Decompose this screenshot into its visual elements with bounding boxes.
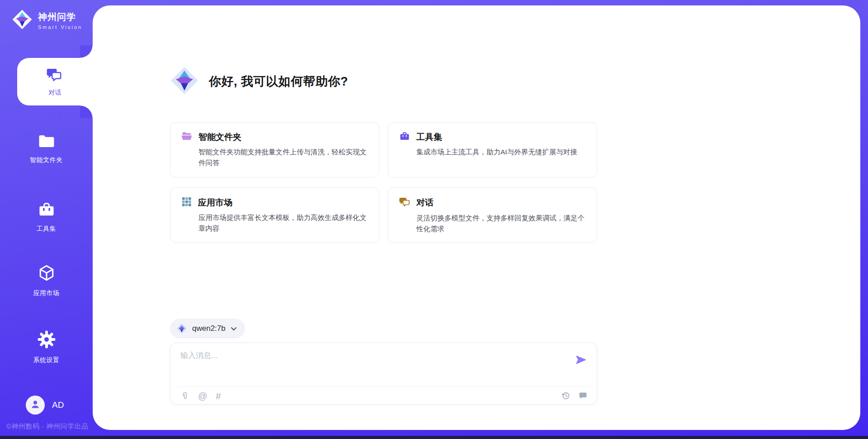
- card-title: 应用市场: [198, 197, 232, 209]
- card-description: 集成市场上主流工具，助力AI与外界无缝扩展与对接: [416, 147, 586, 157]
- model-selector[interactable]: qwen2:7b: [170, 319, 245, 339]
- sidebar-item-toolset[interactable]: 工具集: [0, 201, 93, 233]
- sidebar-item-app-market[interactable]: 应用市场: [0, 264, 93, 297]
- card-app-market[interactable]: 应用市场 应用市场提供丰富长文本模板，助力高效生成多样化文章内容: [170, 187, 379, 243]
- chat-bubbles-icon: [399, 196, 410, 209]
- user-initials: AD: [52, 400, 64, 410]
- paperclip-icon[interactable]: [180, 391, 189, 401]
- chat-bubbles-icon: [47, 67, 63, 84]
- folder-icon: [38, 134, 55, 151]
- chevron-down-icon: [231, 326, 237, 331]
- feature-cards: 智能文件夹 智能文件夹功能支持批量文件上传与清洗，轻松实现文件问答 工具集 集成…: [170, 122, 597, 243]
- tab-fillet-top: [80, 45, 93, 58]
- at-sign-icon[interactable]: @: [198, 391, 207, 401]
- hash-icon[interactable]: #: [216, 391, 221, 401]
- sidebar-item-settings[interactable]: 系统设置: [0, 330, 93, 364]
- sidebar-item-label: 工具集: [37, 225, 57, 233]
- history-clock-icon[interactable]: [561, 391, 571, 401]
- bottom-strip: [0, 436, 868, 439]
- card-title: 工具集: [416, 131, 442, 143]
- card-title: 对话: [416, 197, 434, 209]
- card-smart-folder[interactable]: 智能文件夹 智能文件夹功能支持批量文件上传与清洗，轻松实现文件问答: [170, 122, 379, 177]
- greeting-title: 你好, 我可以如何帮助你?: [209, 73, 348, 90]
- avatar: [26, 396, 45, 415]
- toolbox-icon: [38, 201, 56, 220]
- diamond-logo-icon: [12, 9, 33, 32]
- sidebar-item-chat[interactable]: 对话: [17, 58, 93, 105]
- folder-open-icon: [181, 131, 192, 143]
- user-chip[interactable]: AD: [26, 396, 64, 415]
- greeting: 你好, 我可以如何帮助你?: [170, 66, 348, 97]
- gear-icon: [37, 330, 56, 351]
- send-button[interactable]: [574, 354, 588, 367]
- cube-icon: [38, 264, 56, 284]
- sidebar-footer: ©神州数码 · 神州问学出品: [6, 422, 88, 431]
- person-icon: [30, 399, 41, 411]
- model-name: qwen2:7b: [192, 324, 226, 333]
- grid-icon: [181, 196, 192, 209]
- brand-name: 神州问学: [38, 11, 82, 23]
- card-toolset[interactable]: 工具集 集成市场上主流工具，助力AI与外界无缝扩展与对接: [388, 122, 597, 177]
- card-description: 应用市场提供丰富长文本模板，助力高效生成多样化文章内容: [198, 212, 368, 234]
- tab-fillet-bottom: [80, 105, 93, 118]
- sidebar-item-label: 对话: [49, 89, 61, 97]
- message-composer: @ #: [170, 343, 597, 405]
- card-chat[interactable]: 对话 灵活切换多模型文件，支持多样回复效果调试，满足个性化需求: [388, 187, 597, 243]
- toolbox-icon: [399, 131, 410, 143]
- composer-toolbar: @ #: [180, 387, 588, 405]
- sidebar-item-label: 应用市场: [33, 289, 60, 297]
- card-description: 智能文件夹功能支持批量文件上传与清洗，轻松实现文件问答: [198, 147, 368, 168]
- chat-bubble-icon[interactable]: [578, 391, 588, 401]
- diamond-logo-icon: [170, 66, 199, 97]
- sidebar-item-smart-folder[interactable]: 智能文件夹: [0, 134, 93, 164]
- diamond-logo-icon: [176, 323, 187, 334]
- sidebar-item-label: 系统设置: [33, 356, 60, 364]
- brand: 神州问学 Smart Vision: [12, 9, 82, 32]
- message-input[interactable]: [180, 350, 542, 380]
- card-title: 智能文件夹: [198, 131, 241, 143]
- brand-subtitle: Smart Vision: [38, 24, 82, 30]
- sidebar-item-label: 智能文件夹: [30, 156, 63, 164]
- card-description: 灵活切换多模型文件，支持多样回复效果调试，满足个性化需求: [416, 213, 586, 234]
- send-plane-icon: [575, 354, 587, 367]
